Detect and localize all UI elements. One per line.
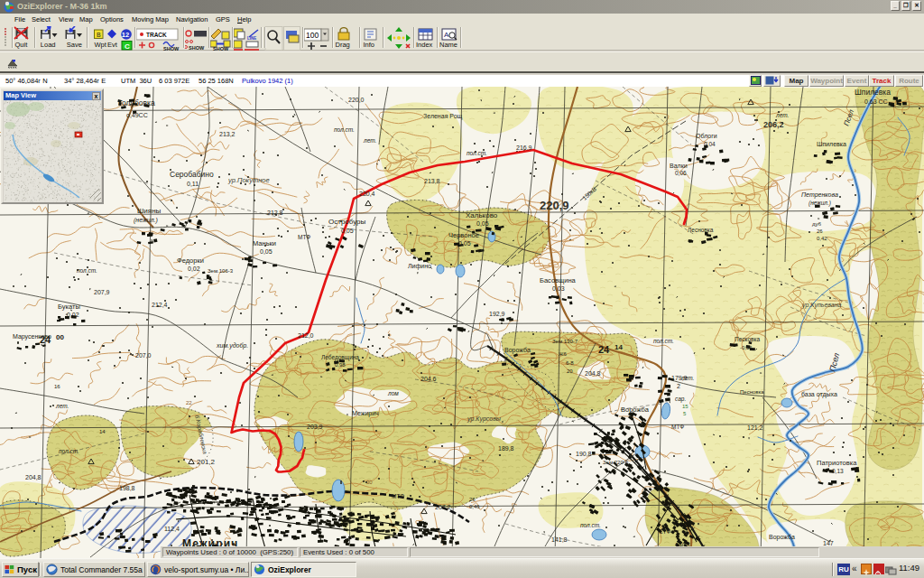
svg-text:Ворожба: Ворожба (769, 534, 795, 541)
svg-text:0,03: 0,03 (552, 285, 565, 292)
svg-text:(нежил.): (нежил.) (134, 217, 158, 224)
svg-text:207,9: 207,9 (94, 289, 110, 295)
svg-text:190,8: 190,8 (576, 451, 592, 457)
svg-text:Валки: Валки (670, 163, 688, 169)
svg-text:пол.ст.: пол.ст. (580, 522, 601, 528)
svg-text:СТФ: СТФ (659, 528, 670, 535)
svg-text:6-8: 6-8 (566, 360, 574, 366)
svg-text:24: 24 (40, 334, 51, 345)
svg-text:0,98: 0,98 (335, 362, 346, 368)
svg-text:Межирич: Межирич (352, 410, 379, 417)
svg-text:SHOW: SHOW (189, 45, 205, 51)
svg-text:Зеленая Рощ: Зеленая Рощ (423, 113, 463, 120)
svg-text:203,9: 203,9 (307, 424, 323, 430)
svg-text:212,0: 212,0 (298, 332, 314, 339)
svg-text:пол.ст.: пол.ст. (653, 338, 674, 344)
svg-text:201,2: 201,2 (197, 458, 216, 466)
svg-text:0,42: 0,42 (817, 236, 827, 241)
svg-text:лет.: лет. (363, 137, 377, 144)
svg-text:189,8: 189,8 (498, 445, 514, 452)
svg-text:лом: лом (387, 390, 399, 396)
svg-text:22: 22 (186, 400, 192, 406)
svg-text:213,2: 213,2 (219, 131, 236, 137)
svg-text:Петренкова: Петренкова (801, 191, 838, 199)
svg-text:сар.: сар. (675, 396, 686, 403)
svg-text:ур.Купьевана: ур.Купьевана (801, 302, 842, 309)
svg-text:база отдыха: база отдыха (801, 391, 837, 398)
svg-text:Зем.220-6: Зем.220-6 (603, 460, 629, 465)
svg-text:216,9: 216,9 (516, 144, 532, 151)
svg-text:14: 14 (614, 343, 623, 351)
svg-text:0,46: 0,46 (469, 504, 480, 509)
svg-text:204,8: 204,8 (585, 370, 601, 377)
svg-text:LINE: LINE (247, 36, 256, 41)
svg-text:Шпилевка: Шпилевка (817, 141, 846, 147)
svg-text:Шияны: Шияны (137, 207, 162, 215)
svg-text:Ж6: Ж6 (559, 351, 568, 357)
svg-text:198,8: 198,8 (119, 485, 135, 491)
svg-text:141,8: 141,8 (551, 536, 568, 543)
svg-text:Остробуры: Остробуры (328, 218, 366, 226)
svg-text:0,05: 0,05 (341, 228, 354, 234)
svg-text:лет.: лет. (775, 112, 790, 118)
svg-text:Патриотовка: Патриотовка (817, 459, 857, 467)
svg-text:204,8: 204,8 (25, 474, 42, 480)
svg-text:26: 26 (817, 228, 823, 234)
svg-text:207,2: 207,2 (435, 504, 451, 510)
svg-text:ур.Покутное: ур.Покутное (227, 176, 270, 184)
svg-text:(нежил.): (нежил.) (808, 200, 831, 207)
svg-text:220,0: 220,0 (348, 97, 365, 103)
svg-text:Голубовка: Голубовка (118, 98, 155, 107)
svg-text:Басовщина: Басовщина (540, 276, 577, 284)
svg-text:192,9: 192,9 (489, 311, 505, 317)
svg-text:МТФ: МТФ (671, 424, 684, 430)
svg-text:пол.ст.: пол.ст. (59, 448, 79, 454)
svg-text:15: 15 (682, 404, 688, 409)
svg-text:Песковка: Песковка (735, 336, 761, 342)
svg-text:ур.Курсовы: ур.Курсовы (467, 415, 502, 423)
svg-text:Червоное: Червоное (448, 231, 479, 239)
svg-text:26: 26 (469, 497, 476, 502)
svg-text:Шпилевка: Шпилевка (855, 88, 891, 97)
svg-text:Зем.106-3: Зем.106-3 (208, 268, 234, 274)
svg-text:Ворожба: Ворожба (504, 347, 531, 354)
svg-text:204,6: 204,6 (420, 376, 437, 382)
svg-text:Ворожба: Ворожба (621, 406, 650, 414)
svg-text:Букаты: Букаты (58, 303, 80, 311)
svg-text:220,9: 220,9 (540, 199, 569, 212)
svg-text:0,05: 0,05 (476, 220, 489, 227)
svg-text:-0,06: -0,06 (740, 345, 753, 350)
svg-text:лет.: лет. (680, 375, 695, 381)
svg-text:Лифино: Лифино (408, 263, 431, 270)
svg-text:0,06: 0,06 (675, 170, 687, 176)
svg-text:о,49СС: о,49СС (126, 112, 148, 118)
svg-text:14: 14 (99, 429, 106, 434)
svg-text:112,4: 112,4 (164, 526, 180, 532)
svg-text:Зем.130-7: Зем.130-7 (552, 339, 578, 344)
svg-text:0,11: 0,11 (187, 181, 199, 187)
svg-text:0,63 СС: 0,63 СС (864, 98, 888, 105)
svg-text:212,8: 212,8 (267, 210, 283, 216)
svg-text:00: 00 (56, 333, 64, 341)
svg-text:Федорки: Федорки (177, 256, 204, 265)
svg-text:206,2: 206,2 (763, 120, 784, 129)
svg-text:207,0: 207,0 (135, 352, 152, 359)
svg-text:0,02: 0,02 (67, 312, 79, 318)
svg-text:SHOW: SHOW (163, 46, 180, 51)
svg-text:0,13: 0,13 (832, 468, 844, 474)
svg-text:Лесновка: Лесновка (688, 227, 714, 233)
svg-text:хим.удобр.: хим.удобр. (216, 342, 248, 350)
svg-text:16: 16 (54, 384, 60, 389)
svg-text:Маньки: Маньки (253, 239, 276, 247)
svg-text:Лебедовщина: Лебедовщина (321, 354, 359, 361)
svg-text:МТФ: МТФ (298, 234, 310, 240)
svg-text:TRACK: TRACK (146, 32, 167, 38)
svg-text:0,05: 0,05 (260, 248, 273, 255)
svg-text:213,8: 213,8 (424, 178, 440, 184)
svg-text:147: 147 (823, 540, 834, 546)
svg-text:30: 30 (366, 480, 373, 485)
svg-text:SHOW: SHOW (213, 46, 229, 51)
svg-text:Облоги: Облоги (696, 133, 717, 139)
svg-text:дуб: дуб (812, 221, 822, 227)
svg-text:12: 12 (122, 31, 129, 39)
